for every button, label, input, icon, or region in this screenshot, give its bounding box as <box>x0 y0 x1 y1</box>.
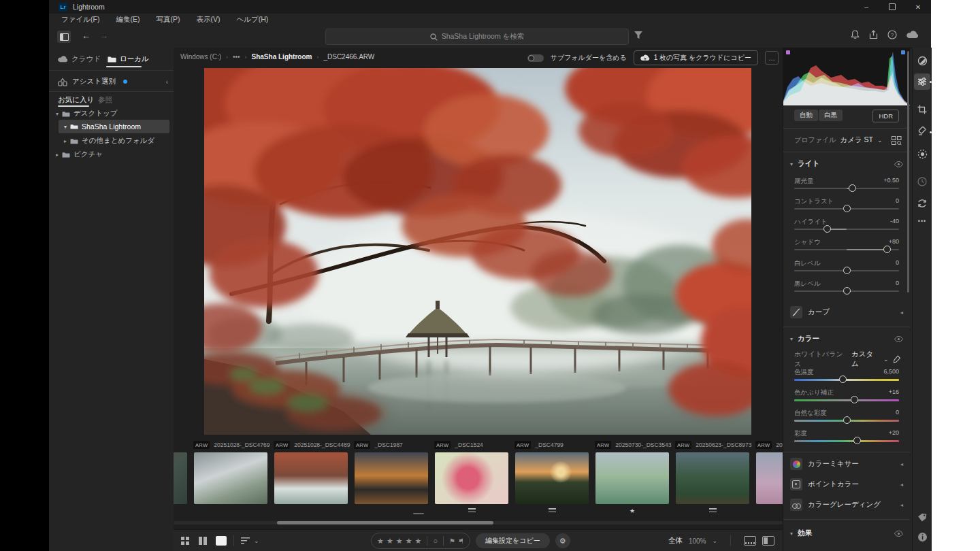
slider-thumb[interactable] <box>849 184 856 192</box>
tree-open-icon[interactable]: ▾ <box>56 111 59 117</box>
sidebar-collapse-icon[interactable]: ‹ <box>166 78 168 86</box>
maximize-button[interactable] <box>879 0 905 14</box>
sort-chevron-icon[interactable]: ⌄ <box>254 537 259 544</box>
auto-button[interactable]: 自動 <box>794 110 818 121</box>
slider-thumb[interactable] <box>823 225 831 233</box>
filmstrip-cell[interactable] <box>174 439 191 517</box>
slider-track[interactable] <box>794 399 899 401</box>
tree-open-icon[interactable]: ▾ <box>64 124 67 130</box>
healing-tool-icon[interactable] <box>913 127 932 136</box>
thumbnail-sunset-forest[interactable] <box>515 452 589 504</box>
slider-thumb[interactable] <box>853 437 861 444</box>
star-rating-2[interactable]: ★ <box>387 537 393 546</box>
slider-track[interactable] <box>794 379 899 381</box>
close-button[interactable]: ✕ <box>905 0 931 14</box>
section-chevron-icon[interactable]: ▾ <box>790 531 793 537</box>
back-button[interactable]: ← <box>82 31 91 41</box>
breadcrumb-drive[interactable]: Windows (C:) <box>180 53 221 61</box>
section-chevron-icon[interactable]: ▾ <box>790 336 793 342</box>
menu-view[interactable]: 表示(V) <box>196 15 220 24</box>
filmstrip-cell[interactable]: ARW20250623-_DSC8973 <box>672 439 753 517</box>
filmstrip-cell[interactable]: ARW20251028-_DSC4769 <box>191 439 271 517</box>
compare-view-button[interactable] <box>198 536 209 546</box>
histogram[interactable] <box>783 48 910 105</box>
thumbnail-misty-mountain[interactable] <box>194 452 267 504</box>
slider-thumb[interactable] <box>843 205 851 212</box>
slider-track[interactable] <box>794 440 899 442</box>
menu-file[interactable]: ファイル(F) <box>61 15 99 24</box>
tree-closed-icon[interactable]: ▸ <box>64 138 67 144</box>
eye-icon[interactable] <box>894 531 903 537</box>
photo-canvas[interactable] <box>204 68 751 435</box>
shadow-clipping-indicator[interactable] <box>786 50 790 54</box>
zoom-level-value[interactable]: 100% <box>689 537 706 545</box>
star-rating-4[interactable]: ★ <box>406 537 412 546</box>
filter-button[interactable] <box>634 31 642 39</box>
slider-thumb[interactable] <box>839 375 847 383</box>
filmstrip-cell[interactable]: ARW202504 <box>753 439 783 517</box>
curve-row[interactable]: カーブ ◂ <box>790 305 903 320</box>
expand-arrow-icon[interactable]: ◂ <box>900 482 903 488</box>
subtab-browse[interactable]: 参照 <box>98 95 112 105</box>
profile-browser-icon[interactable] <box>892 136 902 145</box>
sort-icon[interactable] <box>241 537 250 544</box>
tab-cloud[interactable]: クラウド <box>58 54 101 64</box>
search-input[interactable]: ShaSha Lightroom を検索 <box>325 29 629 45</box>
tree-item-desktop[interactable]: ▾ デスクトップ <box>56 107 118 120</box>
filmstrip-cell[interactable]: ARW20251028-_DSC4489 <box>271 439 351 517</box>
edit-panel-scrollbar[interactable] <box>907 51 909 293</box>
point-color-row[interactable]: ポイントカラー ◂ <box>790 477 903 492</box>
bw-button[interactable]: 白黒 <box>819 110 843 121</box>
edit-tool-button[interactable] <box>914 73 930 90</box>
expand-arrow-icon[interactable]: ◂ <box>900 310 903 316</box>
filmstrip-toggle-icon[interactable] <box>744 536 756 546</box>
profile-chevron-icon[interactable]: ⌄ <box>877 137 883 144</box>
menu-edit[interactable]: 編集(E) <box>116 15 140 24</box>
slider-thumb[interactable] <box>843 267 851 274</box>
profile-value[interactable]: カメラ ST <box>840 135 873 145</box>
breadcrumb-file[interactable]: _DSC2466.ARW <box>323 53 374 61</box>
filmstrip-resize-handle[interactable] <box>413 513 424 514</box>
before-after-icon[interactable] <box>762 536 774 546</box>
assist-culling-row[interactable]: アシスト選別 ‹ <box>58 75 168 88</box>
cloud-sync-icon[interactable] <box>906 31 919 39</box>
no-rating-circle-icon[interactable]: ○ <box>433 537 438 545</box>
minimize-button[interactable]: – <box>853 0 879 14</box>
slider-thumb[interactable] <box>851 396 858 403</box>
thumbnail-partial-left[interactable] <box>174 452 187 504</box>
expand-arrow-icon[interactable]: ◂ <box>900 502 903 508</box>
breadcrumb-folder[interactable]: ShaSha Lightroom <box>252 53 312 61</box>
white-balance-value[interactable]: カスタム <box>851 350 879 369</box>
hdr-button[interactable]: HDR <box>872 110 899 122</box>
menu-help[interactable]: ヘルプ(H) <box>236 15 268 24</box>
copy-edit-settings-button[interactable]: 編集設定をコピー <box>476 533 550 548</box>
thumbnail-green-forest[interactable] <box>676 452 749 504</box>
tree-item-shasha-lightroom[interactable]: ▾ ShaSha Lightroom <box>64 120 141 133</box>
color-mixer-row[interactable]: カラーミキサー ◂ <box>790 456 903 471</box>
tree-closed-icon[interactable]: ▸ <box>56 152 59 158</box>
color-section-header[interactable]: ▾ カラー <box>790 334 903 344</box>
filmstrip-cell[interactable]: ARW_DSC1987 <box>351 439 431 517</box>
info-icon[interactable] <box>913 532 932 542</box>
slider-track[interactable] <box>794 229 899 230</box>
masking-tool-icon[interactable] <box>913 149 932 159</box>
slider-thumb[interactable] <box>843 287 851 295</box>
eye-icon[interactable] <box>894 161 903 167</box>
share-icon[interactable] <box>869 30 878 39</box>
filmstrip-scrollbar-thumb[interactable] <box>277 521 493 524</box>
presets-icon[interactable] <box>913 56 932 66</box>
menu-photo[interactable]: 写真(P) <box>156 15 180 24</box>
settings-gear-button[interactable]: ⚙ <box>555 533 570 548</box>
light-section-header[interactable]: ▾ ライト <box>790 159 903 169</box>
thumbnail-sunset-water[interactable] <box>355 452 428 504</box>
sidebar-toggle-button[interactable] <box>57 31 71 43</box>
slider-thumb[interactable] <box>883 246 891 253</box>
include-subfolders-toggle[interactable] <box>527 54 544 62</box>
tree-item-other-folder[interactable]: ▸ その他まとめフォルダ <box>64 135 154 147</box>
slider-thumb[interactable] <box>843 416 851 424</box>
filmstrip-cell[interactable]: ARW20250730-_DSC3543 ★ <box>592 439 672 517</box>
thumbnail-lakes-aerial[interactable] <box>595 452 669 504</box>
crop-tool-icon[interactable] <box>913 105 932 114</box>
thumbnail-spider-lily[interactable] <box>435 452 508 504</box>
eye-icon[interactable] <box>894 336 903 342</box>
